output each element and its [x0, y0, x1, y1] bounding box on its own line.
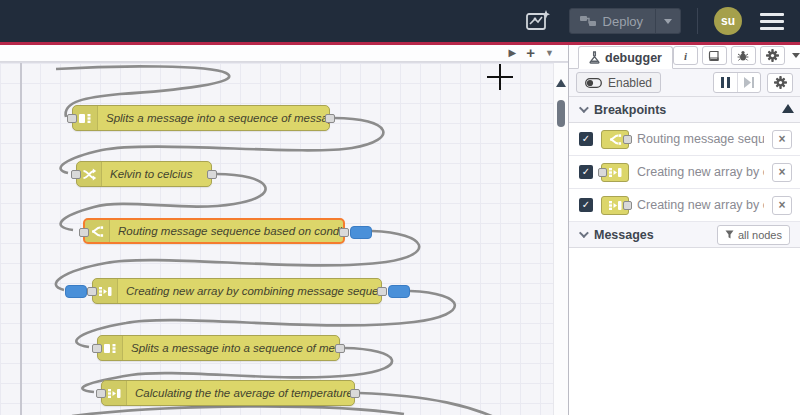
flow-snapshot-icon[interactable] — [523, 6, 553, 36]
sidebar-tab-icons: i — [673, 46, 800, 68]
chevron-down-icon — [579, 228, 589, 238]
breakpoint-row[interactable]: ✓Routing message sequence ba× — [569, 123, 800, 156]
caret-down-icon — [664, 19, 672, 24]
messages-title: Messages — [594, 228, 654, 242]
flow-node-split[interactable]: Splits a message into a sequence of mess… — [97, 335, 340, 361]
flow-node-change[interactable]: Kelvin to celcius — [76, 161, 212, 187]
flow-node-switch[interactable]: Routing message sequence based on condit… — [83, 218, 345, 244]
gear-icon[interactable] — [760, 46, 785, 65]
breakpoint-checkbox[interactable]: ✓ — [579, 198, 593, 212]
flask-icon — [589, 51, 600, 64]
pause-step-group — [713, 72, 761, 93]
breakpoint-marker[interactable] — [350, 226, 372, 239]
messages-body — [569, 248, 800, 414]
breakpoints-list: ✓Routing message sequence ba×✓Creating n… — [569, 123, 800, 222]
flow-node-join[interactable]: Calculating the the average of temperatu… — [101, 380, 355, 406]
flow-tabbar: ▶ + ▼ — [0, 45, 568, 62]
sidebar-menu-caret-icon[interactable] — [792, 53, 800, 58]
main-menu-icon[interactable] — [758, 9, 786, 34]
node-label: Splits a message into a sequence of mess… — [98, 112, 329, 124]
enabled-label: Enabled — [608, 76, 652, 90]
breakpoint-row[interactable]: ✓Creating new array by combini× — [569, 156, 800, 189]
canvas-scrollbar[interactable] — [553, 63, 568, 415]
funnel-icon — [725, 230, 734, 239]
input-port-indicator — [598, 168, 607, 177]
output-port[interactable] — [335, 344, 345, 353]
output-port-indicator — [623, 201, 632, 210]
message-filter-button[interactable]: all nodes — [717, 225, 790, 245]
breakpoints-section-header[interactable]: Breakpoints — [569, 97, 800, 123]
breakpoint-marker[interactable] — [65, 285, 87, 298]
list-scroll-up-icon[interactable] — [782, 104, 794, 113]
join-node-mini-icon — [601, 163, 629, 182]
flow-list-icon[interactable]: ▼ — [545, 49, 554, 58]
debugger-enabled-toggle[interactable]: Enabled — [576, 72, 661, 93]
output-port[interactable] — [377, 287, 387, 296]
breakpoint-marker[interactable] — [388, 285, 410, 298]
input-port[interactable] — [96, 389, 106, 398]
debugger-controls — [713, 72, 793, 93]
messages-section-header[interactable]: Messages all nodes — [569, 222, 800, 248]
chevron-down-icon — [579, 103, 589, 113]
input-port[interactable] — [79, 228, 89, 237]
canvas-scrollbar-thumb[interactable] — [557, 100, 565, 127]
breakpoint-checkbox[interactable]: ✓ — [579, 132, 593, 146]
wire[interactable] — [72, 406, 404, 415]
scroll-up-icon[interactable] — [556, 79, 566, 87]
input-port[interactable] — [92, 344, 102, 353]
pause-icon[interactable] — [714, 73, 737, 92]
deploy-options-button[interactable] — [655, 9, 680, 33]
breakpoint-label: Creating new array by combini — [637, 165, 764, 179]
toggle-icon — [585, 78, 602, 88]
remove-breakpoint-button[interactable]: × — [772, 130, 792, 149]
deploy-button-main[interactable]: Deploy — [570, 14, 655, 29]
output-port[interactable] — [350, 389, 360, 398]
deploy-label: Deploy — [603, 14, 643, 29]
breakpoint-label: Routing message sequence ba — [637, 132, 764, 146]
output-port-indicator — [623, 135, 632, 144]
input-port[interactable] — [87, 287, 97, 296]
user-avatar[interactable]: su — [714, 7, 742, 35]
flow-node-join[interactable]: Creating new array by combining message … — [92, 278, 382, 304]
sidebar: debugger i — [568, 45, 800, 415]
output-port[interactable] — [207, 170, 217, 179]
breakpoint-row[interactable]: ✓Creating new array by combini× — [569, 189, 800, 222]
join-node-mini-icon — [601, 196, 629, 215]
switch-node-mini-icon — [601, 130, 629, 149]
debugger-toolbar: Enabled — [569, 69, 800, 97]
sidebar-tab-label: debugger — [605, 51, 662, 65]
node-red-window: Deploy su ▶ + ▼ Splits a message into a … — [0, 0, 800, 415]
bug-icon[interactable] — [731, 46, 756, 65]
header-divider — [697, 8, 698, 34]
flow-canvas[interactable]: Splits a message into a sequence of mess… — [0, 62, 568, 415]
deploy-button[interactable]: Deploy — [569, 8, 681, 34]
flow-node-split[interactable]: Splits a message into a sequence of mess… — [72, 105, 330, 131]
node-icon — [580, 15, 596, 27]
add-flow-button[interactable]: + — [526, 45, 535, 60]
breakpoint-checkbox[interactable]: ✓ — [579, 165, 593, 179]
tab-debugger[interactable]: debugger — [578, 46, 673, 69]
output-port[interactable] — [325, 114, 335, 123]
sidebar-tabbar: debugger i — [569, 45, 800, 69]
breakpoints-title: Breakpoints — [594, 103, 666, 117]
node-label: Routing message sequence based on condit… — [110, 225, 343, 237]
info-icon[interactable]: i — [673, 46, 698, 65]
node-label: Kelvin to celcius — [102, 168, 211, 180]
breakpoint-label: Creating new array by combini — [637, 198, 764, 212]
tab-scroll-right-icon[interactable]: ▶ — [509, 48, 517, 58]
step-icon[interactable] — [737, 73, 760, 92]
node-label: Calculating the the average of temperatu… — [127, 387, 354, 399]
node-label: Creating new array by combining message … — [118, 285, 381, 297]
remove-breakpoint-button[interactable]: × — [772, 163, 792, 182]
remove-breakpoint-button[interactable]: × — [772, 196, 792, 215]
input-port[interactable] — [67, 114, 77, 123]
debugger-settings-gear-icon[interactable] — [767, 73, 793, 93]
app-header: Deploy su — [0, 0, 800, 42]
input-port[interactable] — [71, 170, 81, 179]
message-filter-label: all nodes — [738, 229, 782, 241]
book-icon[interactable] — [702, 46, 727, 65]
node-label: Splits a message into a sequence of mess… — [123, 342, 339, 354]
output-port[interactable] — [339, 228, 349, 237]
